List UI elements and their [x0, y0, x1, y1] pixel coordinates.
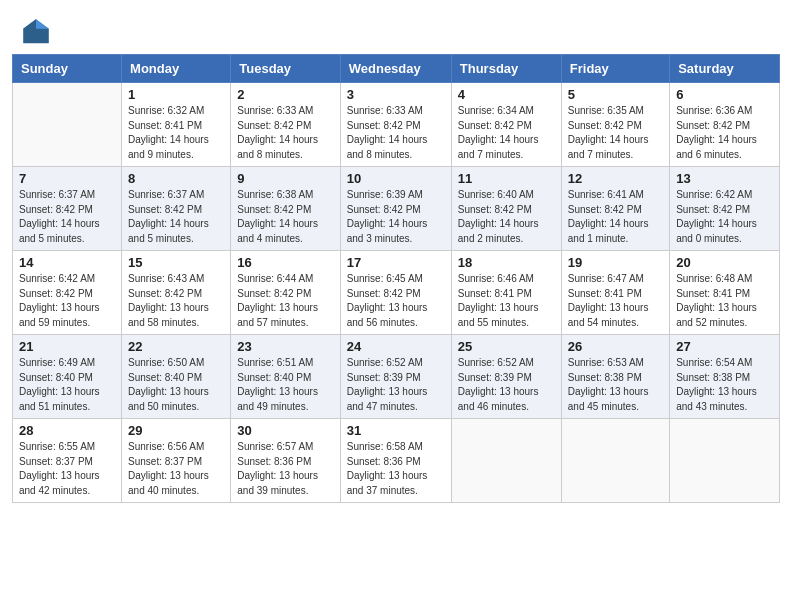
day-info: Sunrise: 6:45 AMSunset: 8:42 PMDaylight:… — [347, 272, 445, 330]
day-number: 26 — [568, 339, 663, 354]
day-info: Sunrise: 6:37 AMSunset: 8:42 PMDaylight:… — [19, 188, 115, 246]
day-info: Sunrise: 6:44 AMSunset: 8:42 PMDaylight:… — [237, 272, 333, 330]
calendar-cell: 27Sunrise: 6:54 AMSunset: 8:38 PMDayligh… — [670, 335, 780, 419]
day-number: 18 — [458, 255, 555, 270]
calendar-cell — [561, 419, 669, 503]
day-info: Sunrise: 6:32 AMSunset: 8:41 PMDaylight:… — [128, 104, 224, 162]
calendar-cell: 26Sunrise: 6:53 AMSunset: 8:38 PMDayligh… — [561, 335, 669, 419]
day-info: Sunrise: 6:48 AMSunset: 8:41 PMDaylight:… — [676, 272, 773, 330]
calendar-cell: 28Sunrise: 6:55 AMSunset: 8:37 PMDayligh… — [13, 419, 122, 503]
calendar-cell: 30Sunrise: 6:57 AMSunset: 8:36 PMDayligh… — [231, 419, 340, 503]
weekday-header-wednesday: Wednesday — [340, 55, 451, 83]
day-info: Sunrise: 6:39 AMSunset: 8:42 PMDaylight:… — [347, 188, 445, 246]
day-info: Sunrise: 6:52 AMSunset: 8:39 PMDaylight:… — [347, 356, 445, 414]
day-number: 3 — [347, 87, 445, 102]
day-info: Sunrise: 6:35 AMSunset: 8:42 PMDaylight:… — [568, 104, 663, 162]
week-row-1: 1Sunrise: 6:32 AMSunset: 8:41 PMDaylight… — [13, 83, 780, 167]
day-number: 22 — [128, 339, 224, 354]
calendar-cell: 1Sunrise: 6:32 AMSunset: 8:41 PMDaylight… — [122, 83, 231, 167]
day-info: Sunrise: 6:43 AMSunset: 8:42 PMDaylight:… — [128, 272, 224, 330]
weekday-header-sunday: Sunday — [13, 55, 122, 83]
calendar-cell: 16Sunrise: 6:44 AMSunset: 8:42 PMDayligh… — [231, 251, 340, 335]
calendar-cell: 18Sunrise: 6:46 AMSunset: 8:41 PMDayligh… — [451, 251, 561, 335]
calendar-cell: 11Sunrise: 6:40 AMSunset: 8:42 PMDayligh… — [451, 167, 561, 251]
calendar-wrapper: SundayMondayTuesdayWednesdayThursdayFrid… — [0, 54, 792, 515]
weekday-header-thursday: Thursday — [451, 55, 561, 83]
calendar-cell: 6Sunrise: 6:36 AMSunset: 8:42 PMDaylight… — [670, 83, 780, 167]
day-number: 14 — [19, 255, 115, 270]
calendar-cell: 13Sunrise: 6:42 AMSunset: 8:42 PMDayligh… — [670, 167, 780, 251]
calendar-cell: 10Sunrise: 6:39 AMSunset: 8:42 PMDayligh… — [340, 167, 451, 251]
day-number: 15 — [128, 255, 224, 270]
day-info: Sunrise: 6:56 AMSunset: 8:37 PMDaylight:… — [128, 440, 224, 498]
svg-marker-2 — [23, 19, 36, 29]
day-number: 20 — [676, 255, 773, 270]
page: SundayMondayTuesdayWednesdayThursdayFrid… — [0, 0, 792, 612]
day-info: Sunrise: 6:54 AMSunset: 8:38 PMDaylight:… — [676, 356, 773, 414]
day-info: Sunrise: 6:51 AMSunset: 8:40 PMDaylight:… — [237, 356, 333, 414]
day-info: Sunrise: 6:37 AMSunset: 8:42 PMDaylight:… — [128, 188, 224, 246]
calendar-cell: 8Sunrise: 6:37 AMSunset: 8:42 PMDaylight… — [122, 167, 231, 251]
logo — [20, 16, 56, 48]
day-number: 16 — [237, 255, 333, 270]
calendar-cell: 24Sunrise: 6:52 AMSunset: 8:39 PMDayligh… — [340, 335, 451, 419]
calendar-cell — [670, 419, 780, 503]
calendar-cell: 14Sunrise: 6:42 AMSunset: 8:42 PMDayligh… — [13, 251, 122, 335]
weekday-header-friday: Friday — [561, 55, 669, 83]
calendar-cell: 7Sunrise: 6:37 AMSunset: 8:42 PMDaylight… — [13, 167, 122, 251]
day-number: 29 — [128, 423, 224, 438]
week-row-3: 14Sunrise: 6:42 AMSunset: 8:42 PMDayligh… — [13, 251, 780, 335]
day-info: Sunrise: 6:40 AMSunset: 8:42 PMDaylight:… — [458, 188, 555, 246]
header — [0, 0, 792, 54]
weekday-header-monday: Monday — [122, 55, 231, 83]
calendar-header: SundayMondayTuesdayWednesdayThursdayFrid… — [13, 55, 780, 83]
day-number: 25 — [458, 339, 555, 354]
day-number: 1 — [128, 87, 224, 102]
day-number: 17 — [347, 255, 445, 270]
day-number: 31 — [347, 423, 445, 438]
day-info: Sunrise: 6:55 AMSunset: 8:37 PMDaylight:… — [19, 440, 115, 498]
calendar-cell: 20Sunrise: 6:48 AMSunset: 8:41 PMDayligh… — [670, 251, 780, 335]
calendar-cell: 5Sunrise: 6:35 AMSunset: 8:42 PMDaylight… — [561, 83, 669, 167]
day-number: 24 — [347, 339, 445, 354]
calendar-cell: 21Sunrise: 6:49 AMSunset: 8:40 PMDayligh… — [13, 335, 122, 419]
logo-icon — [20, 16, 52, 48]
calendar-body: 1Sunrise: 6:32 AMSunset: 8:41 PMDaylight… — [13, 83, 780, 503]
calendar-cell: 9Sunrise: 6:38 AMSunset: 8:42 PMDaylight… — [231, 167, 340, 251]
day-number: 10 — [347, 171, 445, 186]
day-info: Sunrise: 6:50 AMSunset: 8:40 PMDaylight:… — [128, 356, 224, 414]
day-info: Sunrise: 6:47 AMSunset: 8:41 PMDaylight:… — [568, 272, 663, 330]
day-number: 19 — [568, 255, 663, 270]
day-info: Sunrise: 6:42 AMSunset: 8:42 PMDaylight:… — [676, 188, 773, 246]
calendar-cell: 2Sunrise: 6:33 AMSunset: 8:42 PMDaylight… — [231, 83, 340, 167]
day-number: 6 — [676, 87, 773, 102]
calendar-cell: 23Sunrise: 6:51 AMSunset: 8:40 PMDayligh… — [231, 335, 340, 419]
day-number: 9 — [237, 171, 333, 186]
calendar-cell: 25Sunrise: 6:52 AMSunset: 8:39 PMDayligh… — [451, 335, 561, 419]
day-number: 23 — [237, 339, 333, 354]
day-info: Sunrise: 6:33 AMSunset: 8:42 PMDaylight:… — [237, 104, 333, 162]
calendar-cell — [451, 419, 561, 503]
svg-marker-1 — [36, 19, 49, 29]
day-info: Sunrise: 6:57 AMSunset: 8:36 PMDaylight:… — [237, 440, 333, 498]
day-number: 2 — [237, 87, 333, 102]
calendar-cell: 15Sunrise: 6:43 AMSunset: 8:42 PMDayligh… — [122, 251, 231, 335]
day-info: Sunrise: 6:46 AMSunset: 8:41 PMDaylight:… — [458, 272, 555, 330]
week-row-4: 21Sunrise: 6:49 AMSunset: 8:40 PMDayligh… — [13, 335, 780, 419]
calendar-cell: 12Sunrise: 6:41 AMSunset: 8:42 PMDayligh… — [561, 167, 669, 251]
day-info: Sunrise: 6:38 AMSunset: 8:42 PMDaylight:… — [237, 188, 333, 246]
day-number: 27 — [676, 339, 773, 354]
day-number: 12 — [568, 171, 663, 186]
calendar-cell: 3Sunrise: 6:33 AMSunset: 8:42 PMDaylight… — [340, 83, 451, 167]
day-info: Sunrise: 6:34 AMSunset: 8:42 PMDaylight:… — [458, 104, 555, 162]
week-row-2: 7Sunrise: 6:37 AMSunset: 8:42 PMDaylight… — [13, 167, 780, 251]
day-number: 21 — [19, 339, 115, 354]
day-number: 13 — [676, 171, 773, 186]
day-info: Sunrise: 6:58 AMSunset: 8:36 PMDaylight:… — [347, 440, 445, 498]
calendar-cell: 29Sunrise: 6:56 AMSunset: 8:37 PMDayligh… — [122, 419, 231, 503]
day-info: Sunrise: 6:42 AMSunset: 8:42 PMDaylight:… — [19, 272, 115, 330]
calendar-cell: 19Sunrise: 6:47 AMSunset: 8:41 PMDayligh… — [561, 251, 669, 335]
day-number: 4 — [458, 87, 555, 102]
weekday-header-tuesday: Tuesday — [231, 55, 340, 83]
day-number: 30 — [237, 423, 333, 438]
